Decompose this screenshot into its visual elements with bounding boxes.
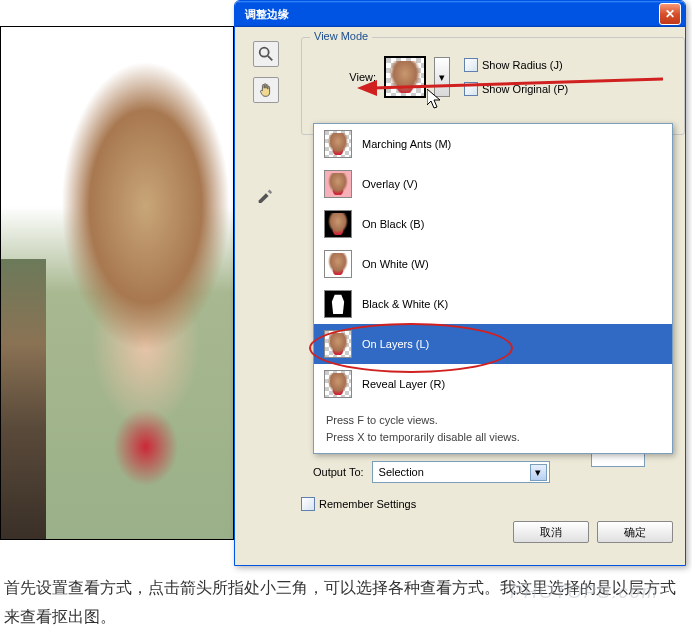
zoom-tool[interactable]	[253, 41, 279, 67]
refine-edge-dialog: 调整边缘 ✕ View Mode View: ▾ Show Radius (J)…	[234, 0, 686, 566]
view-option-black-white[interactable]: Black & White (K)	[314, 284, 672, 324]
view-thumbnail[interactable]	[384, 56, 426, 98]
tool-column	[253, 41, 279, 207]
output-select[interactable]: Selection ▾	[372, 461, 550, 483]
refine-brush-tool[interactable]	[253, 183, 277, 207]
view-label: View:	[312, 71, 376, 83]
dialog-titlebar[interactable]: 调整边缘 ✕	[235, 1, 685, 27]
show-radius-checkbox[interactable]: Show Radius (J)	[464, 58, 568, 72]
view-dropdown-arrow[interactable]: ▾	[434, 57, 450, 97]
svg-point-0	[260, 48, 269, 57]
view-option-reveal-layer[interactable]: Reveal Layer (R)	[314, 364, 672, 404]
ok-button[interactable]: 确定	[597, 521, 673, 543]
view-option-overlay[interactable]: Overlay (V)	[314, 164, 672, 204]
close-icon: ✕	[665, 7, 675, 21]
dialog-title: 调整边缘	[245, 7, 289, 22]
view-mode-dropdown: Marching Ants (M) Overlay (V) On Black (…	[313, 123, 673, 454]
output-row: Output To: Selection ▾	[313, 461, 550, 483]
watermark: PHOTOPS.com	[510, 582, 659, 603]
view-option-marching-ants[interactable]: Marching Ants (M)	[314, 124, 672, 164]
view-mode-legend: View Mode	[310, 30, 372, 42]
view-option-on-layers[interactable]: On Layers (L)	[314, 324, 672, 364]
dropdown-hints: Press F to cycle views. Press X to tempo…	[314, 404, 672, 453]
view-option-on-white[interactable]: On White (W)	[314, 244, 672, 284]
view-mode-group: View Mode View: ▾ Show Radius (J) Show O…	[301, 37, 685, 135]
remember-settings-checkbox[interactable]: Remember Settings	[301, 497, 416, 511]
show-original-checkbox[interactable]: Show Original (P)	[464, 82, 568, 96]
chevron-down-icon: ▾	[530, 464, 547, 481]
document-canvas	[0, 26, 234, 540]
cancel-button[interactable]: 取消	[513, 521, 589, 543]
chevron-down-icon: ▾	[439, 71, 445, 84]
view-option-on-black[interactable]: On Black (B)	[314, 204, 672, 244]
hand-tool[interactable]	[253, 77, 279, 103]
close-button[interactable]: ✕	[659, 3, 681, 25]
output-label: Output To:	[313, 466, 364, 478]
svg-line-1	[268, 56, 273, 61]
